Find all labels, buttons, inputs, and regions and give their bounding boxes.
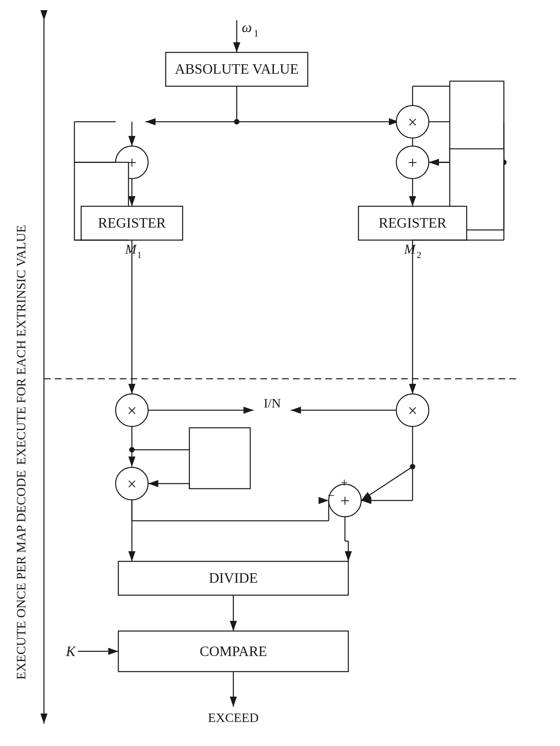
svg-text:×: × xyxy=(127,401,137,420)
svg-text:×: × xyxy=(408,401,417,420)
m2-label: M xyxy=(404,241,416,257)
omega1-label: ω xyxy=(242,20,252,35)
k-label: K xyxy=(66,644,76,659)
compare-label: COMPARE xyxy=(200,644,267,659)
register-right-label: REGISTER xyxy=(379,215,447,231)
m1-label: M xyxy=(125,241,137,257)
svg-text:+: + xyxy=(408,153,417,172)
diagram-container: EXECUTE FOR EACH EXTRINSIC VALUE EXECUTE… xyxy=(0,0,560,746)
svg-text:+: + xyxy=(341,475,348,490)
absolute-value-label: ABSOLUTE VALUE xyxy=(175,61,299,77)
svg-text:+: + xyxy=(340,491,350,510)
svg-text:×: × xyxy=(408,113,417,132)
svg-text:−: − xyxy=(327,488,334,503)
section1-label: EXECUTE FOR EACH EXTRINSIC VALUE xyxy=(14,225,28,465)
register-left-label: REGISTER xyxy=(98,215,166,231)
exceed-label: EXCEED xyxy=(208,710,259,725)
svg-text:1: 1 xyxy=(137,250,142,260)
svg-text:2: 2 xyxy=(417,250,421,260)
i-over-n-label: I/N xyxy=(264,396,281,410)
svg-text:1: 1 xyxy=(254,27,259,39)
svg-text:×: × xyxy=(127,474,137,493)
section2-label: EXECUTE ONCE PER MAP DECODE xyxy=(14,470,28,679)
feedback-box-lower-left xyxy=(189,428,250,489)
divide-label: DIVIDE xyxy=(209,570,258,586)
